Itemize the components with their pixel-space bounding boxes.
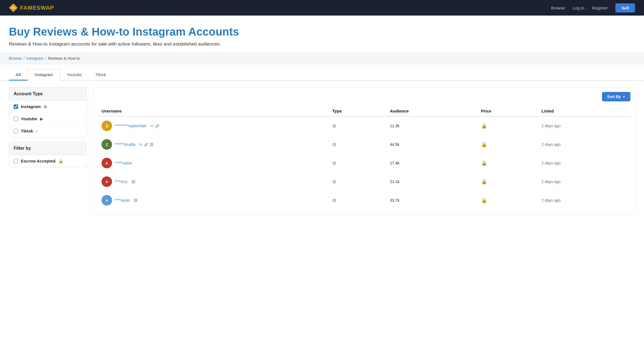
avatar: ₿ [101, 121, 112, 131]
type-icon: ⊙ [332, 179, 336, 184]
table-body: ₿*********ryptochain✉🔗⊙11.3k🔒2 days agoZ… [98, 116, 630, 209]
username-icons: ✉🔗🖼 [139, 142, 153, 147]
username-link[interactable]: *****ration [115, 161, 132, 165]
type-icon: ⊙ [332, 198, 336, 203]
listed-cell: 2 days ago [538, 135, 630, 154]
avatar: A [101, 158, 112, 168]
table-header: Username Type Audience Price Listed [98, 106, 630, 116]
nav-register[interactable]: Register [592, 6, 608, 10]
price-lock-icon: 🔒 [481, 179, 487, 184]
type-cell: ⊙ [329, 191, 387, 210]
breadcrumb-browse[interactable]: Browse [9, 56, 22, 61]
filter-by-header: Filter by [9, 142, 86, 155]
price-lock-icon: 🔒 [481, 123, 487, 129]
username-icons: 🖼 [134, 198, 137, 202]
price-cell: 🔒 [478, 191, 538, 210]
username-link[interactable]: *********ryptochain [115, 124, 147, 128]
tab-youtube[interactable]: Youtube [60, 69, 89, 81]
price-lock-icon: 🔒 [481, 142, 487, 147]
type-cell: ⊙ [329, 172, 387, 191]
username-link[interactable]: ****aysin [115, 198, 130, 202]
listed-cell: 2 days ago [538, 191, 630, 210]
avatar: A [101, 195, 112, 206]
username-cell-3: A****orry🖼 [98, 172, 329, 191]
price-lock-icon: 🔒 [481, 160, 487, 166]
table-row: A****orry🖼⊙21.1k🔒2 days ago [98, 172, 630, 191]
username-link[interactable]: ****orry [115, 179, 128, 184]
accounts-table: Username Type Audience Price Listed ₿***… [98, 106, 630, 209]
col-listed: Listed [538, 106, 630, 116]
inline-icon: ✉ [150, 124, 153, 128]
type-icon: ⊙ [332, 161, 336, 166]
type-icon: ⊙ [332, 123, 336, 129]
main-layout: Account Type Instagram ⊙ Youtube ▶ Tikto… [0, 81, 644, 221]
account-type-section: Account Type Instagram ⊙ Youtube ▶ Tikto… [9, 87, 87, 137]
nav-browse[interactable]: Browse [551, 6, 565, 10]
escrow-checkbox[interactable] [14, 159, 18, 163]
youtube-icon: ▶ [40, 117, 43, 121]
escrow-accepted-item: Escrow Accepted 🔒 [9, 155, 86, 167]
breadcrumb-sep-1: / [24, 56, 25, 61]
table-row: ₿*********ryptochain✉🔗⊙11.3k🔒2 days ago [98, 116, 630, 135]
listed-cell: 2 days ago [538, 116, 630, 135]
tiktok-checkbox[interactable] [14, 129, 18, 133]
audience-cell: 21.1k [387, 172, 478, 191]
page-title: Buy Reviews & How-to Instagram Accounts [9, 26, 635, 38]
sidebar-instagram-item: Instagram ⊙ [9, 101, 86, 113]
logo-name: FAMESWAP [20, 5, 54, 11]
page-description: Reviews & How-to Instagram accounts for … [9, 41, 635, 47]
logo-abbr: FS [11, 6, 15, 9]
tab-tiktok[interactable]: Tiktok [88, 69, 113, 81]
username-icons: 🖼 [132, 180, 135, 184]
col-username: Username [98, 106, 329, 116]
username-cell-4: A****aysin🖼 [98, 191, 329, 210]
instagram-checkbox[interactable] [14, 104, 18, 109]
sidebar-tiktok-item: Tiktok ♪ [9, 125, 86, 137]
col-type: Type [329, 106, 387, 116]
audience-cell: 11.3k [387, 116, 478, 135]
tiktok-label: Tiktok [21, 129, 33, 133]
tab-all[interactable]: All [9, 69, 28, 81]
type-cell: ⊙ [329, 135, 387, 154]
username-icons: ✉🔗 [150, 124, 159, 128]
instagram-icon: ⊙ [44, 104, 47, 109]
sidebar-youtube-item: Youtube ▶ [9, 113, 86, 125]
type-cell: ⊙ [329, 116, 387, 135]
breadcrumb-current: Reviews & How-to [48, 56, 80, 61]
col-price: Price [478, 106, 538, 116]
listed-cell: 2 days ago [538, 172, 630, 191]
inline-icon: ✉ [139, 142, 142, 147]
instagram-label: Instagram [21, 104, 41, 109]
breadcrumb: Browse / Instagram / Reviews & How-to [0, 52, 644, 64]
escrow-icon: 🔒 [58, 159, 63, 163]
hero-section: Buy Reviews & How-to Instagram Accounts … [0, 16, 644, 52]
audience-cell: 33.7k [387, 191, 478, 210]
tiktok-icon: ♪ [36, 129, 38, 133]
sell-button[interactable]: Sell [615, 3, 635, 12]
inline-icon: 🔗 [144, 142, 148, 147]
sort-by-button[interactable]: Sort By [602, 92, 630, 101]
type-icon: ⊙ [332, 142, 336, 147]
username-cell-2: A*****ration [98, 154, 329, 172]
content-area: Sort By Username Type Audience Price Lis… [93, 87, 635, 214]
username-link[interactable]: ******zmafia [115, 142, 135, 147]
audience-cell: 17.4k [387, 154, 478, 172]
price-cell: 🔒 [478, 154, 538, 172]
inline-icon: 🖼 [150, 142, 153, 147]
youtube-label: Youtube [21, 116, 37, 121]
avatar: A [101, 176, 112, 187]
avatar: Z [101, 139, 112, 150]
price-cell: 🔒 [478, 172, 538, 191]
logo-link[interactable]: FS FAMESWAP [9, 3, 54, 12]
navbar-links: Browse Log In Register Sell [551, 3, 635, 12]
price-lock-icon: 🔒 [481, 198, 487, 203]
tab-instagram[interactable]: Instagram [28, 69, 60, 81]
filter-by-section: Filter by Escrow Accepted 🔒 [9, 142, 87, 167]
nav-login[interactable]: Log In [573, 6, 584, 10]
sort-bar: Sort By [98, 92, 630, 101]
youtube-checkbox[interactable] [14, 117, 18, 121]
tabs-bar: All Instagram Youtube Tiktok [0, 64, 644, 81]
inline-icon: 🖼 [134, 198, 137, 202]
breadcrumb-instagram[interactable]: Instagram [26, 56, 44, 61]
username-cell-1: Z******zmafia✉🔗🖼 [98, 135, 329, 154]
